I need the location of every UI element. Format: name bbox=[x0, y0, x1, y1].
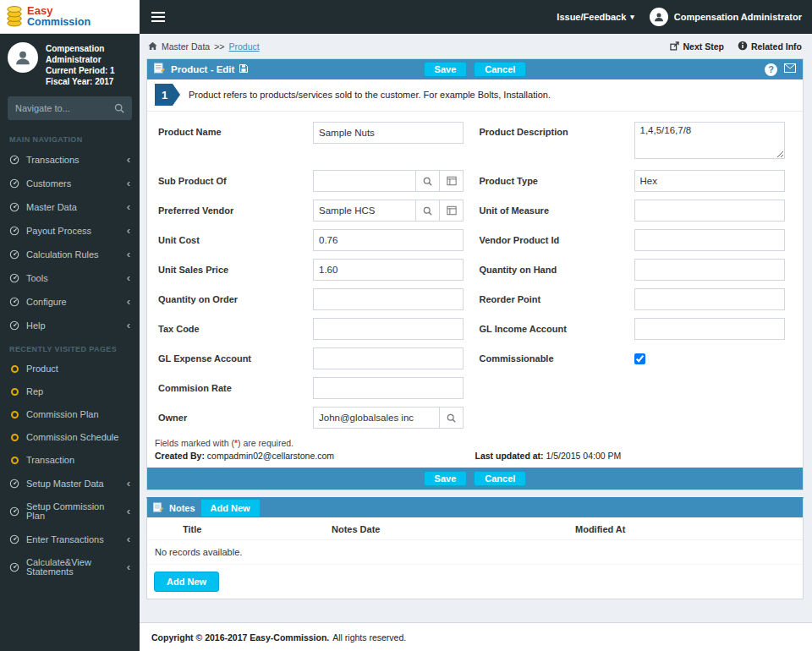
sidebar-item-label: Transactions bbox=[26, 156, 80, 165]
sidebar-item-label: Calculate&View Statements bbox=[26, 558, 120, 577]
fiscal-year: Fiscal Year: 2017 bbox=[46, 76, 132, 87]
sidebar-item-transactions[interactable]: Transactions‹ bbox=[0, 148, 140, 172]
add-new-note-button[interactable]: Add New bbox=[200, 499, 261, 517]
gauge-icon bbox=[9, 226, 19, 236]
brand-logo[interactable]: Easy Commission bbox=[0, 0, 140, 34]
field-label-sub-product-of: Sub Product Of bbox=[154, 176, 313, 186]
sidebar-item-calculation-rules[interactable]: Calculation Rules‹ bbox=[0, 243, 140, 266]
sidebar-item-label: Calculation Rules bbox=[26, 250, 99, 260]
field-label-preferred-vendor: Preferred Vendor bbox=[154, 205, 313, 216]
form-field-row: Product Type bbox=[475, 170, 797, 192]
gl-expense-account-input[interactable] bbox=[313, 347, 464, 369]
unit-sales-price-input[interactable] bbox=[313, 259, 464, 281]
search-input[interactable] bbox=[8, 96, 107, 120]
disk-icon bbox=[239, 63, 248, 75]
main-navigation-label: MAIN NAVIGATION bbox=[0, 128, 140, 148]
info-icon bbox=[738, 41, 748, 52]
commision-rate-input[interactable] bbox=[313, 377, 464, 399]
sidebar-item-master-data[interactable]: Master Data‹ bbox=[0, 195, 140, 219]
sidebar-item-label: Payout Process bbox=[26, 227, 91, 236]
sidebar-item-label: Commission Plan bbox=[26, 410, 99, 419]
search-lookup-button[interactable] bbox=[416, 170, 440, 192]
sidebar-item-label: Rep bbox=[26, 387, 43, 397]
form-field-row: Unit Cost bbox=[154, 229, 475, 251]
recently-visited-label: RECENTLY VISITED PAGES bbox=[0, 337, 140, 358]
product-description-input[interactable]: 1,4,5/16,7/8 bbox=[634, 122, 785, 159]
sidebar-item-help[interactable]: Help‹ bbox=[0, 314, 140, 337]
quantity-on-hand-input[interactable] bbox=[634, 259, 785, 281]
notes-header: Notes Add New bbox=[147, 499, 803, 517]
sidebar-item-commission-schedule[interactable]: Commission Schedule bbox=[0, 426, 140, 449]
gl-income-account-input[interactable] bbox=[634, 318, 785, 340]
sidebar-item-commission-plan[interactable]: Commission Plan bbox=[0, 403, 140, 426]
form-field-row: Commissionable bbox=[475, 347, 797, 369]
sidebar-item-setup-commission-plan[interactable]: Setup Commission Plan‹ bbox=[0, 495, 140, 528]
search-lookup-button[interactable] bbox=[416, 200, 440, 222]
field-label-unit-sales-price: Unit Sales Price bbox=[154, 265, 313, 275]
sidebar-item-customers[interactable]: Customers‹ bbox=[0, 172, 140, 195]
quantity-on-order-input[interactable] bbox=[313, 288, 464, 310]
hamburger-menu-button[interactable] bbox=[140, 0, 177, 34]
chevron-left-icon: ‹ bbox=[127, 227, 130, 234]
owner-input[interactable] bbox=[313, 407, 440, 429]
sidebar-item-label: Setup Master Data bbox=[26, 479, 104, 489]
gauge-icon bbox=[9, 202, 19, 212]
preferred-vendor-input[interactable] bbox=[313, 200, 416, 222]
email-icon[interactable] bbox=[784, 63, 796, 75]
vendor-product-id-input[interactable] bbox=[634, 229, 785, 251]
sidebar-item-label: Tools bbox=[26, 274, 48, 283]
sidebar-item-label: Master Data bbox=[26, 203, 77, 212]
help-icon[interactable]: ? bbox=[765, 63, 777, 76]
commissionable-checkbox[interactable] bbox=[634, 353, 645, 364]
field-label-tax-code: Tax Code bbox=[154, 324, 313, 334]
tax-code-input[interactable] bbox=[313, 318, 464, 340]
issue-feedback-menu[interactable]: Issue/Feedback ▾ bbox=[557, 12, 634, 22]
sidebar-item-payout-process[interactable]: Payout Process‹ bbox=[0, 219, 140, 243]
save-button[interactable]: Save bbox=[424, 62, 468, 77]
search-button[interactable] bbox=[107, 96, 132, 120]
reorder-point-input[interactable] bbox=[634, 288, 785, 310]
save-button-bottom[interactable]: Save bbox=[424, 471, 468, 486]
unit-cost-input[interactable] bbox=[313, 229, 464, 251]
sidebar-item-tools[interactable]: Tools‹ bbox=[0, 266, 140, 290]
field-label-unit-cost: Unit Cost bbox=[154, 235, 313, 245]
sidebar-item-calculate-view-statements[interactable]: Calculate&View Statements‹ bbox=[0, 551, 140, 583]
sidebar-item-transaction[interactable]: Transaction bbox=[0, 449, 140, 472]
gauge-icon bbox=[9, 320, 19, 331]
gauge-icon bbox=[9, 155, 19, 165]
chevron-left-icon: ‹ bbox=[127, 250, 130, 258]
circle-bullet-icon bbox=[9, 365, 19, 373]
related-info-button[interactable]: Related Info bbox=[738, 41, 802, 52]
caret-down-icon: ▾ bbox=[630, 13, 634, 21]
required-fields-note: Fields marked with (*) are required. bbox=[147, 436, 803, 451]
next-step-button[interactable]: Next Step bbox=[670, 41, 723, 52]
product-type-input[interactable] bbox=[634, 170, 785, 192]
cancel-button-bottom[interactable]: Cancel bbox=[474, 471, 526, 486]
add-new-note-button-bottom[interactable]: Add New bbox=[154, 572, 219, 592]
list-lookup-button[interactable] bbox=[440, 170, 464, 192]
product-name-input[interactable] bbox=[313, 122, 464, 144]
created-by-value: compadmin02@cellarstone.com bbox=[207, 451, 334, 461]
user-menu[interactable]: Compensation Administrator bbox=[650, 8, 802, 26]
circle-bullet-icon bbox=[9, 388, 19, 396]
field-label-product-type: Product Type bbox=[475, 176, 634, 186]
brand-commission: Commission bbox=[27, 17, 91, 28]
sidebar-item-enter-transactions[interactable]: Enter Transactions‹ bbox=[0, 528, 140, 551]
breadcrumb-product-link[interactable]: Product bbox=[228, 41, 259, 52]
list-lookup-button[interactable] bbox=[440, 200, 464, 222]
chevron-left-icon: ‹ bbox=[127, 156, 130, 163]
search-lookup-button[interactable] bbox=[440, 407, 464, 429]
sidebar-item-label: Setup Commission Plan bbox=[26, 502, 120, 521]
gauge-icon bbox=[9, 562, 19, 572]
cancel-button[interactable]: Cancel bbox=[474, 62, 526, 77]
record-meta: Created By: compadmin02@cellarstone.com … bbox=[147, 451, 803, 468]
sidebar: Easy Commission Compensation Administrat… bbox=[0, 0, 140, 651]
column-notes-date: Notes Date bbox=[332, 524, 575, 534]
sidebar-item-rep[interactable]: Rep bbox=[0, 380, 140, 403]
form-field-row: Product Description1,4,5/16,7/8 bbox=[475, 122, 797, 162]
sidebar-item-setup-master-data[interactable]: Setup Master Data‹ bbox=[0, 472, 140, 495]
unit-of-measure-input[interactable] bbox=[634, 200, 785, 222]
sidebar-item-configure[interactable]: Configure‹ bbox=[0, 290, 140, 314]
sub-product-of-input[interactable] bbox=[313, 170, 416, 192]
sidebar-item-product[interactable]: Product bbox=[0, 358, 140, 380]
